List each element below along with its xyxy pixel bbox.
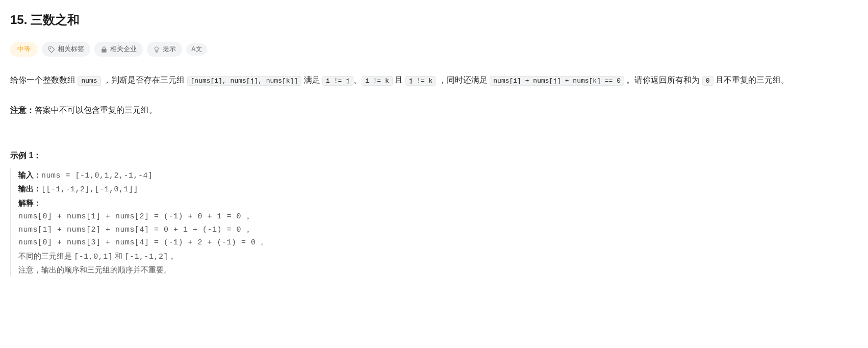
note-label: 注意： bbox=[10, 106, 35, 114]
explain-line-5: 注意，输出的顺序和三元组的顺序并不重要。 bbox=[18, 263, 858, 277]
tag-icon bbox=[48, 46, 55, 53]
lock-icon bbox=[100, 46, 108, 53]
output-label: 输出： bbox=[18, 184, 41, 193]
input-label: 输入： bbox=[18, 170, 41, 179]
code-zero: 0 bbox=[702, 76, 713, 86]
lightbulb-icon bbox=[153, 46, 160, 53]
desc-text: 、 bbox=[353, 76, 362, 84]
problem-title: 15. 三数之和 bbox=[10, 10, 858, 30]
translate-icon: A文 bbox=[191, 46, 202, 53]
related-tags-label: 相关标签 bbox=[58, 44, 84, 55]
example-1-heading: 示例 1： bbox=[10, 149, 858, 162]
tags-row: 中等 相关标签 相关企业 提示 A文 bbox=[10, 42, 858, 57]
example-explain-row: 解释： bbox=[18, 196, 858, 211]
example-output-row: 输出：[[-1,-1,2],[-1,0,1]] bbox=[18, 182, 858, 196]
desc-text: 。请你返回所有和为 bbox=[624, 76, 702, 84]
hints-label: 提示 bbox=[163, 44, 176, 55]
explain-line-1: nums[0] + nums[1] + nums[2] = (-1) + 0 +… bbox=[18, 210, 858, 223]
explain-line-3: nums[0] + nums[3] + nums[4] = (-1) + 2 +… bbox=[18, 236, 858, 250]
desc-text: ，判断是否存在三元组 bbox=[101, 76, 187, 84]
note-text: 答案中不可以包含重复的三元组。 bbox=[35, 106, 157, 114]
explain-4a: 不同的三元组是 bbox=[18, 252, 74, 260]
desc-text: 满足 bbox=[301, 76, 322, 84]
code-jnek: j != k bbox=[405, 76, 437, 86]
example-1-block: 输入：nums = [-1,0,1,2,-1,-4] 输出：[[-1,-1,2]… bbox=[10, 168, 858, 277]
desc-text: 且 bbox=[393, 76, 405, 84]
svg-point-0 bbox=[50, 48, 50, 48]
code-sumzero: nums[i] + nums[j] + nums[k] == 0 bbox=[490, 76, 624, 86]
code-triplet: [nums[i], nums[j], nums[k]] bbox=[187, 76, 302, 86]
hints-button[interactable]: 提示 bbox=[147, 42, 182, 57]
output-value: [[-1,-1,2],[-1,0,1]] bbox=[41, 185, 138, 194]
note-line: 注意：答案中不可以包含重复的三元组。 bbox=[10, 102, 858, 118]
explain-4code2: [-1,-1,2] bbox=[125, 253, 169, 261]
code-nums: nums bbox=[78, 76, 100, 86]
problem-description: 给你一个整数数组 nums ，判断是否存在三元组 [nums[i], nums[… bbox=[10, 69, 858, 92]
related-companies-button[interactable]: 相关企业 bbox=[94, 42, 143, 57]
desc-text: 给你一个整数数组 bbox=[10, 76, 78, 84]
related-companies-label: 相关企业 bbox=[110, 44, 137, 55]
explain-label: 解释： bbox=[18, 198, 41, 207]
difficulty-tag[interactable]: 中等 bbox=[10, 42, 38, 57]
code-inek: i != k bbox=[362, 76, 393, 86]
code-inej: i != j bbox=[322, 76, 353, 86]
desc-text: ，同时还满足 bbox=[436, 76, 490, 84]
desc-text: 且不重复的三元组。 bbox=[713, 76, 789, 84]
explain-4code1: [-1,0,1] bbox=[74, 253, 113, 261]
translate-button[interactable]: A文 bbox=[186, 43, 207, 56]
example-input-row: 输入：nums = [-1,0,1,2,-1,-4] bbox=[18, 168, 858, 183]
explain-4b: 和 bbox=[113, 252, 124, 260]
explain-4c: 。 bbox=[168, 252, 178, 260]
input-value: nums = [-1,0,1,2,-1,-4] bbox=[41, 171, 153, 180]
related-tags-button[interactable]: 相关标签 bbox=[42, 42, 90, 57]
explain-line-4: 不同的三元组是 [-1,0,1] 和 [-1,-1,2] 。 bbox=[18, 250, 858, 264]
explain-line-2: nums[1] + nums[2] + nums[4] = 0 + 1 + (-… bbox=[18, 223, 858, 237]
